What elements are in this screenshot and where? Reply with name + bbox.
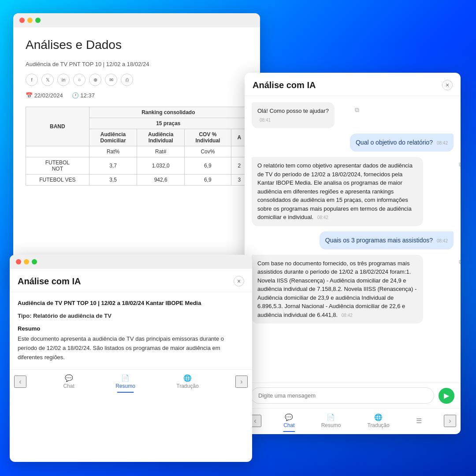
message-row-5: Com base no documento fornecido, os três… xyxy=(252,255,454,324)
chat-tabs-right: ‹ 💬 Chat 📄 Resumo 🌐 Tradução ☰ › xyxy=(245,408,461,433)
col-aud-ind: AudiênciaIndividual xyxy=(137,129,185,146)
tl-yellow[interactable] xyxy=(27,18,33,23)
user-msg-1-time: 08:42 xyxy=(437,141,448,145)
doc-resumo-label: Resumo xyxy=(18,325,244,332)
tab-chat-right[interactable]: 💬 Chat xyxy=(279,412,299,430)
social-linkedin[interactable]: in xyxy=(57,74,70,86)
bot-msg-2-text: O relatório tem como objetivo apresentar… xyxy=(257,162,413,220)
rat-hash-1: 1.032,0 xyxy=(137,157,185,175)
col-aud-dom: AudiênciaDomiciliar xyxy=(89,129,137,146)
send-button-right[interactable]: ▶ xyxy=(439,388,454,404)
tab-extra-right[interactable]: ☰ xyxy=(412,415,426,427)
resumo-tab-label-left: Resumo xyxy=(115,383,135,389)
social-whatsapp[interactable]: ⊕ xyxy=(89,74,101,86)
program-1: FUTEBOLNOT xyxy=(26,157,89,175)
copy-button-1[interactable]: ⧉ xyxy=(352,105,362,115)
bot-message-2: O relatório tem como objetivo apresentar… xyxy=(252,157,423,226)
resumo-tab-label-right: Resumo xyxy=(321,422,341,428)
chat-tab-label-left: Chat xyxy=(63,383,74,389)
chat-right-header: Análise com IA × xyxy=(245,73,461,96)
chat-input-right[interactable] xyxy=(251,387,434,404)
tab-prev-left[interactable]: ‹ xyxy=(14,376,26,388)
copy-button-2[interactable]: ⧉ xyxy=(456,160,461,169)
message-row-4: Quais os 3 programas mais assistidos? 08… xyxy=(252,231,454,249)
user-message-1: Qual o objetivo do relatório? 08:42 xyxy=(350,134,454,152)
col-band-header: BAND xyxy=(26,107,89,146)
bot-msg-1-time: 08:41 xyxy=(260,118,271,123)
tl-red-left[interactable] xyxy=(16,259,21,264)
table-row: FUTEBOL VES 3,5 942,6 6,9 3 xyxy=(26,175,248,186)
social-twitter[interactable]: 𝕏 xyxy=(41,74,54,86)
user-msg-2-text: Quais os 3 programas mais assistidos? xyxy=(325,237,433,244)
traducao-tab-label-right: Tradução xyxy=(367,422,389,428)
social-email[interactable]: ✉ xyxy=(105,74,117,86)
chat-tab-label-right: Chat xyxy=(283,422,294,428)
chat-tab-icon-left: 💬 xyxy=(65,374,73,382)
social-facebook[interactable]: f xyxy=(26,74,38,86)
msg-wrapper-5: Com base no documento fornecido, os três… xyxy=(252,255,454,324)
tab-traducao-left[interactable]: 🌐 Tradução xyxy=(172,372,203,391)
tab-traducao-right[interactable]: 🌐 Tradução xyxy=(363,412,394,430)
traducao-tab-icon-right: 🌐 xyxy=(374,413,383,421)
tl-green-left[interactable] xyxy=(32,259,37,264)
tab-chat-left[interactable]: 💬 Chat xyxy=(59,372,78,391)
message-row-2: Qual o objetivo do relatório? 08:42 xyxy=(252,134,454,152)
tab-resumo-right[interactable]: 📄 Resumo xyxy=(317,412,346,430)
chat-body-right: Olá! Como posso te ajudar? 08:41 ⧉ Qual … xyxy=(245,96,461,383)
bot-msg-3-text: Com base no documento fornecido, os três… xyxy=(257,260,416,318)
chat-tab-icon-right: 💬 xyxy=(285,413,293,421)
titlebar-left xyxy=(10,255,252,269)
message-row-3: O relatório tem como objetivo apresentar… xyxy=(252,157,454,226)
social-circle[interactable]: ○ xyxy=(73,74,86,86)
social-print[interactable]: ⎙ xyxy=(121,74,133,86)
msg-wrapper-3: O relatório tem como objetivo apresentar… xyxy=(252,157,454,226)
program-2: FUTEBOL VES xyxy=(26,175,89,186)
user-message-2: Quais os 3 programas mais assistidos? 08… xyxy=(320,231,454,249)
copy-button-3[interactable]: ⧉ xyxy=(456,257,461,267)
extra-tab-icon-right: ☰ xyxy=(416,417,422,425)
resumo-tab-icon-right: 📄 xyxy=(327,413,335,421)
message-row-1: Olá! Como posso te ajudar? 08:41 ⧉ xyxy=(252,102,454,128)
chat-flex-right: Olá! Como posso te ajudar? 08:41 ⧉ Qual … xyxy=(245,96,461,408)
bot-msg-3-time: 08:42 xyxy=(342,313,353,318)
tl-red[interactable] xyxy=(19,18,25,23)
bot-msg-1-text: Olá! Como posso te ajudar? xyxy=(257,108,329,114)
resumo-tab-icon-left: 📄 xyxy=(121,374,130,382)
tl-yellow-left[interactable] xyxy=(24,259,29,264)
sub-cov: Cov% xyxy=(185,146,231,157)
doc-resumo-text: Este documento apresenta a audiência de … xyxy=(18,335,244,362)
cov-2: 6,9 xyxy=(185,175,231,186)
doc-type: Tipo: Relatório de audiência de TV xyxy=(18,312,244,319)
rat-hash-2: 942,6 xyxy=(137,175,185,186)
titlebar xyxy=(13,13,260,27)
audience-table: BAND Ranking consolidado 15 praças Audiê… xyxy=(26,107,248,186)
sub-rat-pct: Rat% xyxy=(89,146,137,157)
chat-tabs-left: ‹ 💬 Chat 📄 Resumo 🌐 Tradução › xyxy=(10,369,252,394)
tab-next-left[interactable]: › xyxy=(235,376,248,388)
sub-rat-hash: Rat# xyxy=(137,146,185,157)
article-subtitle: Audiência de TV PNT TOP 10 | 12/02 a 18/… xyxy=(26,61,248,67)
bot-message-3: Com base no documento fornecido, os três… xyxy=(252,255,423,324)
chat-right-window: Análise com IA × Olá! Como posso te ajud… xyxy=(245,73,461,434)
sub-band xyxy=(26,146,89,157)
table-row: FUTEBOLNOT 3,7 1.032,0 6,9 2 xyxy=(26,157,248,175)
bot-message-1: Olá! Como posso te ajudar? 08:41 xyxy=(252,102,335,128)
main-content: Análises e Dados Audiência de TV PNT TOP… xyxy=(13,27,260,286)
traducao-tab-icon-left: 🌐 xyxy=(183,374,192,382)
article-time: 🕐 12:37 xyxy=(72,92,95,99)
doc-type-value: Relatório de audiência de TV xyxy=(33,312,112,319)
rat-pct-1: 3,7 xyxy=(89,157,137,175)
article-info: 📅 22/02/2024 🕐 12:37 xyxy=(26,92,248,99)
close-button-left[interactable]: × xyxy=(234,276,244,286)
cov-1: 6,9 xyxy=(185,157,231,175)
tl-green[interactable] xyxy=(35,18,41,23)
col-pracas-header: 15 praças xyxy=(89,118,247,129)
article-date: 📅 22/02/2024 xyxy=(26,92,63,99)
traducao-tab-label-left: Tradução xyxy=(176,383,198,389)
tab-resumo-left[interactable]: 📄 Resumo xyxy=(111,372,140,391)
close-button[interactable]: × xyxy=(442,80,453,90)
doc-title: Audiência de TV PNT TOP 10 | 12/02 a 18/… xyxy=(18,299,244,307)
social-icons: f 𝕏 in ○ ⊕ ✉ ⎙ xyxy=(26,74,248,86)
tab-next-right[interactable]: › xyxy=(444,415,456,427)
chat-right-title: Análise com IA xyxy=(253,80,316,90)
